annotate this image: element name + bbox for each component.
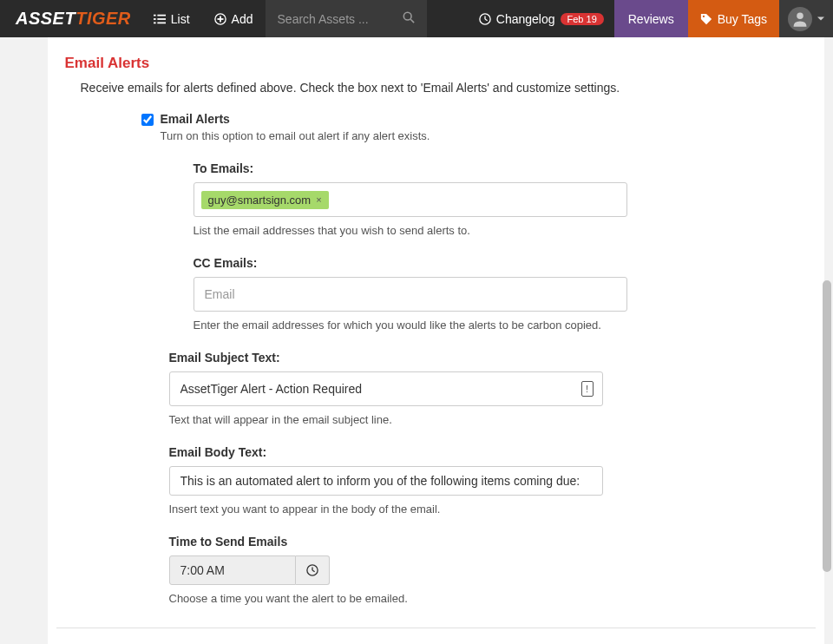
cc-emails-input-wrap xyxy=(193,277,627,312)
subject-label: Email Subject Text: xyxy=(169,351,816,365)
section-title: Email Alerts xyxy=(56,55,816,72)
changelog-badge: Feb 19 xyxy=(561,13,604,25)
to-emails-input[interactable]: guy@smartsign.com × xyxy=(193,182,627,217)
search-input[interactable] xyxy=(278,12,399,26)
body-hint: Insert text you want to appear in the bo… xyxy=(169,503,816,516)
logo-text: ASSETTIGER xyxy=(16,9,131,29)
email-tag-remove[interactable]: × xyxy=(316,194,321,205)
subject-hint: Text that will appear in the email subje… xyxy=(169,413,816,426)
cc-emails-label: CC Emails: xyxy=(193,256,816,270)
body-group: Email Body Text: Insert text you want to… xyxy=(169,445,816,516)
top-nav: ASSETTIGER List Add Changelog Feb 19 Rev… xyxy=(0,0,833,37)
nav-add[interactable]: Add xyxy=(202,0,266,37)
search-area xyxy=(266,0,427,37)
time-row xyxy=(169,555,816,585)
person-icon xyxy=(791,10,809,28)
nav-list-label: List xyxy=(171,12,190,26)
email-alerts-label: Email Alerts xyxy=(161,112,816,126)
svg-rect-0 xyxy=(154,14,156,16)
buytags-label: Buy Tags xyxy=(718,12,767,26)
to-emails-group: To Emails: guy@smartsign.com × List the … xyxy=(193,161,816,237)
cc-emails-group: CC Emails: Enter the email addresses for… xyxy=(193,256,816,332)
time-picker-button[interactable] xyxy=(296,555,330,585)
chevron-down-icon xyxy=(817,16,824,23)
email-tag: guy@smartsign.com × xyxy=(201,191,329,209)
changelog-label: Changelog xyxy=(496,12,555,26)
svg-rect-3 xyxy=(157,18,166,20)
svg-rect-5 xyxy=(157,22,166,23)
svg-rect-4 xyxy=(154,22,156,23)
time-hint: Choose a time you want the alert to be e… xyxy=(169,592,816,605)
divider xyxy=(56,628,816,628)
cc-emails-input[interactable] xyxy=(201,284,620,305)
svg-line-13 xyxy=(485,19,488,21)
contacts-icon[interactable]: ! xyxy=(581,381,594,397)
logo[interactable]: ASSETTIGER xyxy=(0,9,141,29)
body-input[interactable] xyxy=(177,470,595,491)
section-description: Receive emails for alerts defined above.… xyxy=(56,81,816,95)
list-icon xyxy=(154,13,166,25)
subject-input-wrap: ! xyxy=(169,371,603,406)
cc-emails-hint: Enter the email addresses for which you … xyxy=(193,319,816,332)
svg-line-18 xyxy=(312,570,315,572)
reviews-label: Reviews xyxy=(628,12,674,26)
scrollbar-thumb[interactable] xyxy=(823,280,831,572)
search-button[interactable] xyxy=(399,8,418,30)
time-group: Time to Send Emails Choose a time you wa… xyxy=(169,535,816,605)
svg-point-14 xyxy=(702,15,704,16)
svg-point-9 xyxy=(403,12,411,20)
settings-panel: Email Alerts Receive emails for alerts d… xyxy=(48,37,824,644)
time-label: Time to Send Emails xyxy=(169,535,816,549)
svg-rect-2 xyxy=(154,18,156,20)
subject-input[interactable] xyxy=(177,378,595,399)
clock-icon xyxy=(479,13,491,25)
email-alerts-hint: Turn on this option to email out alert i… xyxy=(161,129,816,142)
tag-icon xyxy=(700,13,712,25)
email-alerts-checkbox[interactable] xyxy=(141,114,154,126)
body-label: Email Body Text: xyxy=(169,445,816,459)
nav-reviews[interactable]: Reviews xyxy=(614,0,688,37)
content-area: Email Alerts Receive emails for alerts d… xyxy=(0,37,833,644)
nav-buytags[interactable]: Buy Tags xyxy=(688,0,779,37)
svg-rect-1 xyxy=(157,14,166,16)
svg-rect-8 xyxy=(217,18,223,20)
search-icon xyxy=(403,11,415,23)
plus-circle-icon xyxy=(214,13,226,25)
body-input-wrap xyxy=(169,466,603,496)
avatar xyxy=(788,7,812,31)
scrollbar[interactable] xyxy=(821,37,831,644)
nav-changelog[interactable]: Changelog Feb 19 xyxy=(469,0,614,37)
svg-line-10 xyxy=(410,19,414,23)
email-tag-text: guy@smartsign.com xyxy=(208,194,312,207)
subject-group: Email Subject Text: ! Text that will app… xyxy=(169,351,816,426)
to-emails-label: To Emails: xyxy=(193,161,816,175)
nav-add-label: Add xyxy=(232,12,253,26)
svg-point-15 xyxy=(797,12,803,19)
time-input[interactable] xyxy=(169,555,296,585)
email-alerts-toggle-row: Email Alerts Turn on this option to emai… xyxy=(141,112,816,142)
clock-icon xyxy=(306,564,318,576)
nav-list[interactable]: List xyxy=(141,0,202,37)
user-menu[interactable] xyxy=(779,0,833,37)
to-emails-hint: List the email addresses that you wish t… xyxy=(193,224,816,237)
